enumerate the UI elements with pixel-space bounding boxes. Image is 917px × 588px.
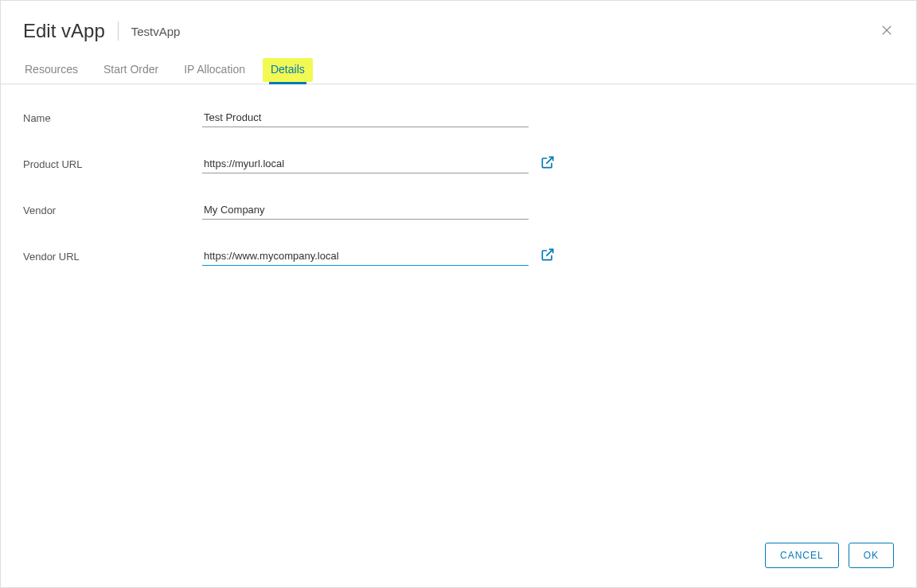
label-name: Name bbox=[23, 112, 202, 124]
edit-vapp-dialog: Edit vApp TestvApp Resources Start Order… bbox=[1, 1, 916, 587]
tab-details[interactable]: Details bbox=[269, 56, 306, 84]
svg-line-3 bbox=[546, 249, 552, 255]
tab-ip-allocation[interactable]: IP Allocation bbox=[182, 56, 247, 84]
row-vendor: Vendor bbox=[23, 201, 894, 220]
close-icon bbox=[880, 26, 894, 40]
row-product-url: Product URL bbox=[23, 154, 894, 173]
cancel-button[interactable]: CANCEL bbox=[765, 543, 839, 568]
vendor-input[interactable] bbox=[202, 201, 529, 220]
dialog-footer: CANCEL OK bbox=[1, 527, 916, 587]
product-url-input[interactable] bbox=[202, 154, 529, 173]
tabs-bar: Resources Start Order IP Allocation Deta… bbox=[1, 56, 916, 84]
vendor-url-input[interactable] bbox=[202, 247, 529, 266]
close-button[interactable] bbox=[880, 23, 894, 41]
row-vendor-url: Vendor URL bbox=[23, 247, 894, 266]
product-url-open-button[interactable] bbox=[540, 154, 556, 173]
name-input[interactable] bbox=[202, 108, 529, 127]
tab-start-order[interactable]: Start Order bbox=[102, 56, 160, 84]
dialog-title: Edit vApp bbox=[23, 20, 105, 42]
title-divider bbox=[118, 21, 119, 41]
row-name: Name bbox=[23, 108, 894, 127]
ok-button[interactable]: OK bbox=[849, 543, 894, 568]
label-vendor-url: Vendor URL bbox=[23, 251, 202, 263]
tab-details-label: Details bbox=[271, 63, 305, 76]
vendor-url-open-button[interactable] bbox=[540, 247, 556, 266]
external-link-icon bbox=[540, 247, 556, 266]
dialog-header: Edit vApp TestvApp bbox=[1, 1, 916, 56]
dialog-subtitle: TestvApp bbox=[131, 25, 181, 38]
external-link-icon bbox=[540, 154, 556, 173]
tab-resources[interactable]: Resources bbox=[23, 56, 80, 84]
label-vendor: Vendor bbox=[23, 204, 202, 216]
form-content: Name Product URL bbox=[1, 84, 916, 527]
label-product-url: Product URL bbox=[23, 158, 202, 170]
svg-line-2 bbox=[546, 157, 552, 163]
